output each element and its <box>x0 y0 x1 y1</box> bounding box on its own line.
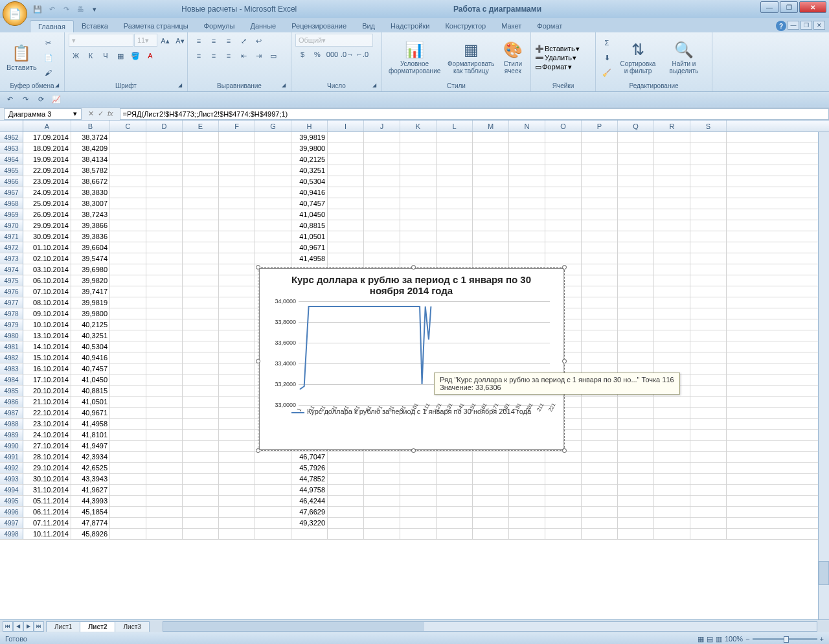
cell[interactable] <box>146 176 183 187</box>
cell[interactable] <box>219 209 255 220</box>
row-header[interactable]: 4962 <box>0 132 23 143</box>
qat-dropdown-icon[interactable]: ▾ <box>88 3 101 16</box>
cell[interactable]: 30.09.2014 <box>23 231 71 242</box>
cell[interactable] <box>146 286 183 297</box>
cell[interactable] <box>473 518 509 528</box>
row-header[interactable]: 4998 <box>0 529 23 539</box>
cell[interactable] <box>654 430 690 440</box>
cell[interactable] <box>219 385 255 396</box>
cell[interactable] <box>654 496 690 506</box>
cell[interactable] <box>582 352 618 363</box>
cell[interactable]: 05.11.2014 <box>23 496 71 506</box>
find-select-button[interactable]: 🔍Найти и выделить <box>662 40 706 76</box>
cell[interactable] <box>219 463 255 473</box>
row-header[interactable]: 4996 <box>0 507 23 517</box>
cell[interactable] <box>219 253 255 264</box>
cell[interactable] <box>146 485 183 495</box>
align-bottom-button[interactable]: ≡ <box>221 34 236 48</box>
cell[interactable] <box>473 231 509 242</box>
tab-разметка страницы[interactable]: Разметка страницы <box>116 20 196 32</box>
cell[interactable] <box>146 441 183 451</box>
cell[interactable] <box>509 485 545 495</box>
cell[interactable] <box>618 143 654 154</box>
col-header-K[interactable]: K <box>400 121 437 132</box>
cell[interactable] <box>509 496 545 506</box>
cell[interactable] <box>328 143 364 154</box>
cell[interactable] <box>582 297 618 308</box>
cell[interactable] <box>582 286 618 297</box>
cell[interactable] <box>654 341 690 352</box>
cell[interactable] <box>219 441 255 451</box>
select-all-corner[interactable] <box>0 121 23 132</box>
cell[interactable] <box>437 187 473 198</box>
border-button[interactable]: ▦ <box>113 49 128 63</box>
cell[interactable] <box>618 463 654 473</box>
cell[interactable] <box>219 319 255 330</box>
cell[interactable] <box>328 485 364 495</box>
cell[interactable] <box>328 209 364 220</box>
cell[interactable]: 43,3943 <box>71 474 110 484</box>
cell[interactable]: 40,9416 <box>291 187 328 198</box>
cell[interactable] <box>654 474 690 484</box>
cell[interactable] <box>509 231 545 242</box>
col-header-E[interactable]: E <box>183 121 219 132</box>
cell[interactable]: 23.10.2014 <box>23 419 71 429</box>
cell[interactable]: 24.10.2014 <box>23 430 71 440</box>
cell[interactable]: 39,3866 <box>71 220 110 231</box>
cell[interactable] <box>146 297 183 308</box>
col-header-N[interactable]: N <box>509 121 545 132</box>
row-header[interactable]: 4976 <box>0 286 23 297</box>
cell[interactable] <box>473 529 509 539</box>
cell[interactable] <box>328 154 364 165</box>
cell[interactable] <box>400 176 437 187</box>
cell[interactable] <box>219 330 255 341</box>
cell[interactable] <box>618 286 654 297</box>
cell[interactable] <box>690 397 727 407</box>
cell[interactable] <box>545 209 582 220</box>
cell[interactable] <box>328 452 364 462</box>
cell[interactable] <box>473 485 509 495</box>
cell[interactable]: 06.11.2014 <box>23 507 71 517</box>
cell[interactable] <box>690 209 727 220</box>
cell[interactable] <box>582 518 618 528</box>
cell[interactable] <box>400 209 437 220</box>
cell[interactable] <box>437 165 473 176</box>
col-header-A[interactable]: A <box>23 121 71 132</box>
cell[interactable] <box>400 242 437 253</box>
row-header[interactable]: 4995 <box>0 496 23 506</box>
cell[interactable] <box>509 176 545 187</box>
cell[interactable] <box>255 485 291 495</box>
cell[interactable] <box>437 518 473 528</box>
cell[interactable]: 39,6604 <box>71 242 110 253</box>
cell[interactable] <box>183 319 219 330</box>
cell[interactable] <box>400 463 437 473</box>
cell[interactable] <box>183 165 219 176</box>
cell[interactable] <box>110 518 146 528</box>
cell[interactable] <box>110 463 146 473</box>
cell[interactable] <box>255 132 291 143</box>
cell[interactable] <box>328 220 364 231</box>
cell[interactable] <box>183 143 219 154</box>
cell[interactable]: 16.10.2014 <box>23 363 71 374</box>
cell[interactable]: 29.10.2014 <box>23 463 71 473</box>
help-button[interactable]: ? <box>776 21 786 31</box>
cell[interactable]: 47,6629 <box>291 507 328 517</box>
cell[interactable]: 38,3830 <box>71 187 110 198</box>
cell[interactable] <box>473 452 509 462</box>
row-header[interactable]: 4977 <box>0 297 23 308</box>
cell[interactable]: 46,7047 <box>291 452 328 462</box>
cell[interactable] <box>110 165 146 176</box>
cell[interactable] <box>183 308 219 319</box>
cell[interactable] <box>690 385 727 396</box>
sheet-tab-Лист1[interactable]: Лист1 <box>46 621 80 632</box>
sort-filter-button[interactable]: ⇅Сортировка и фильтр <box>616 40 660 76</box>
cell[interactable] <box>509 209 545 220</box>
vscroll-thumb[interactable] <box>819 561 829 586</box>
cell[interactable] <box>545 187 582 198</box>
comma-button[interactable]: 000 <box>325 47 339 62</box>
cell[interactable] <box>654 441 690 451</box>
cell[interactable] <box>654 253 690 264</box>
embedded-chart[interactable]: Курс доллара к рублю за период с 1 январ… <box>259 268 563 450</box>
cell[interactable] <box>400 485 437 495</box>
cell[interactable]: 45,8926 <box>71 529 110 539</box>
